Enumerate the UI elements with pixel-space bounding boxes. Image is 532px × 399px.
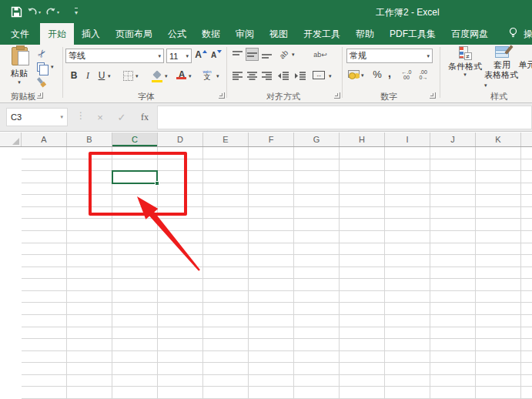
phonetic-guide-button[interactable]: wén 文: [199, 67, 216, 82]
column-header-H[interactable]: H: [340, 132, 385, 146]
cell-styles-button[interactable]: 单元格样式: [520, 46, 532, 70]
phonetic-dropdown-icon[interactable]: ▾: [216, 73, 219, 79]
tab-审阅[interactable]: 审阅: [228, 23, 262, 45]
increase-font-button[interactable]: A: [194, 48, 208, 62]
column-header-C[interactable]: C: [112, 132, 158, 146]
font-color-dropdown-icon[interactable]: ▾: [189, 73, 192, 79]
column-header-B[interactable]: B: [67, 132, 112, 146]
tab-百度网盘[interactable]: 百度网盘: [443, 23, 496, 45]
name-box-dropdown-icon[interactable]: ▾: [60, 114, 63, 120]
tab-页面布局[interactable]: 页面布局: [108, 23, 160, 45]
increase-decimal-button[interactable]: ←.0 00: [399, 68, 414, 81]
copy-button[interactable]: [34, 60, 48, 73]
merge-center-button[interactable]: ↔: [311, 69, 326, 82]
font-color-bar: [176, 77, 186, 79]
font-size-dropdown-icon[interactable]: ▾: [186, 53, 189, 59]
alignment-dialog-launcher[interactable]: [334, 92, 340, 99]
font-dialog-launcher[interactable]: [219, 92, 225, 99]
column-header-L[interactable]: L: [521, 132, 532, 146]
borders-button[interactable]: [122, 69, 134, 82]
caret-down-icon: [217, 50, 222, 53]
column-header-I[interactable]: I: [385, 132, 430, 146]
percent-style-button[interactable]: %: [371, 68, 383, 81]
underline-button[interactable]: U: [95, 69, 108, 82]
redo-icon[interactable]: ▾: [45, 4, 59, 19]
top-align-icon: [233, 50, 243, 59]
copy-dropdown-icon[interactable]: ▾: [51, 64, 54, 70]
tab-帮助[interactable]: 帮助: [348, 23, 382, 45]
annotation-red-rectangle: [89, 152, 187, 216]
tab-文件[interactable]: 文件: [0, 23, 40, 45]
increase-indent-button[interactable]: [293, 69, 307, 82]
tab-视图[interactable]: 视图: [262, 23, 296, 45]
tab-开始[interactable]: 开始: [40, 23, 74, 45]
save-icon[interactable]: [11, 4, 22, 19]
number-format-combo[interactable]: 常规 ▾: [346, 49, 433, 63]
tab-插入[interactable]: 插入: [74, 23, 108, 45]
conditional-formatting-button[interactable]: ≠ 条件格式 ▾: [446, 46, 484, 78]
number-dialog-launcher[interactable]: [430, 92, 436, 99]
decrease-indent-button[interactable]: [276, 69, 290, 82]
font-name-combo[interactable]: 等线 ▾: [65, 49, 164, 63]
column-header-D[interactable]: D: [158, 132, 203, 146]
accounting-format-button[interactable]: [346, 68, 360, 81]
font-size-combo[interactable]: 11 ▾: [166, 49, 192, 63]
orientation-button[interactable]: ab: [277, 48, 291, 61]
paste-button[interactable]: 粘贴 ▾: [6, 47, 32, 92]
fill-color-dropdown-icon[interactable]: ▾: [165, 73, 168, 79]
cancel-icon: ×: [97, 112, 103, 123]
tab-开发工具[interactable]: 开发工具: [296, 23, 348, 45]
format-table-dropdown-icon[interactable]: ▾: [484, 82, 487, 88]
align-center-button[interactable]: [246, 69, 259, 82]
align-left-button[interactable]: [231, 69, 244, 82]
sheet-grid[interactable]: [0, 147, 532, 399]
enter-button[interactable]: ✓: [112, 108, 131, 126]
comma-style-button[interactable]: ,: [385, 66, 394, 79]
column-header-F[interactable]: F: [249, 132, 294, 146]
format-painter-button[interactable]: [34, 75, 49, 89]
number-format-dropdown-icon[interactable]: ▾: [427, 53, 430, 59]
select-all-corner[interactable]: [0, 132, 22, 146]
formula-input[interactable]: [157, 106, 532, 129]
orientation-dropdown-icon[interactable]: ▾: [292, 52, 295, 58]
underline-dropdown-icon[interactable]: ▾: [108, 73, 111, 79]
tab-PDF工具集[interactable]: PDF工具集: [382, 23, 443, 45]
middle-align-button[interactable]: [246, 48, 259, 61]
decrease-font-button[interactable]: A: [209, 48, 223, 62]
fill-color-button[interactable]: [151, 69, 163, 82]
bold-button[interactable]: B: [68, 69, 80, 82]
name-box[interactable]: C3 ▾: [6, 108, 68, 126]
column-header-G[interactable]: G: [294, 132, 340, 146]
column-header-A[interactable]: A: [22, 132, 67, 146]
merge-dropdown-icon[interactable]: ▾: [329, 73, 332, 79]
column-header-K[interactable]: K: [476, 132, 521, 146]
cancel-button[interactable]: ×: [91, 108, 109, 126]
format-as-table-button[interactable]: 套用 表格格式 ▾: [484, 46, 520, 89]
wrap-text-button[interactable]: ab↩: [311, 48, 330, 61]
customize-qat-icon[interactable]: ▾: [75, 8, 78, 16]
bottom-align-button[interactable]: [260, 48, 273, 61]
cut-button[interactable]: ✂: [34, 47, 49, 59]
redo-dropdown-icon[interactable]: ▾: [57, 9, 59, 15]
tell-me-search[interactable]: 操作说明搜索: [508, 23, 532, 45]
font-name-dropdown-icon[interactable]: ▾: [158, 53, 161, 59]
decrease-decimal-button[interactable]: .00 0→: [416, 68, 431, 81]
format-as-table-icon: [495, 46, 509, 58]
tab-数据[interactable]: 数据: [194, 23, 228, 45]
align-right-button[interactable]: [260, 69, 273, 82]
insert-function-button[interactable]: fx: [136, 108, 154, 126]
tab-公式[interactable]: 公式: [160, 23, 194, 45]
font-color-button[interactable]: A: [176, 67, 188, 82]
group-separator: [62, 47, 63, 98]
paste-dropdown-icon[interactable]: ▾: [18, 79, 21, 86]
column-header-E[interactable]: E: [203, 132, 249, 146]
column-header-J[interactable]: J: [430, 132, 476, 146]
top-align-button[interactable]: [231, 48, 244, 61]
conditional-dropdown-icon[interactable]: ▾: [463, 72, 467, 78]
undo-dropdown-icon[interactable]: ▾: [38, 9, 41, 15]
italic-button[interactable]: I: [82, 69, 94, 82]
accounting-dropdown-icon[interactable]: ▾: [361, 72, 364, 79]
undo-icon[interactable]: ▾: [27, 4, 41, 19]
clipboard-dialog-launcher[interactable]: [37, 92, 43, 99]
borders-dropdown-icon[interactable]: ▾: [136, 73, 139, 79]
